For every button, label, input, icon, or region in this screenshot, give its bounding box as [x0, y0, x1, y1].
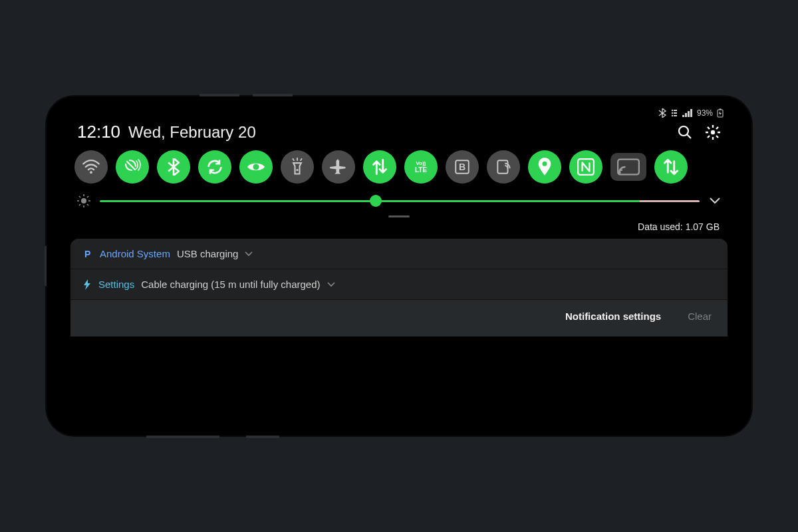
time-label: 12:10 — [77, 122, 120, 142]
svg-line-36 — [79, 196, 80, 198]
tile-bold-text[interactable]: B — [446, 150, 479, 184]
chevron-down-icon[interactable] — [245, 251, 253, 257]
tile-sync[interactable] — [654, 150, 688, 184]
svg-point-16 — [90, 171, 92, 174]
svg-point-18 — [296, 169, 298, 171]
notification-app-name: Android System — [100, 248, 170, 259]
svg-line-21 — [301, 158, 302, 161]
phone-frame: 93% 12:10 Wed, February 20 — [47, 96, 751, 436]
svg-point-1 — [672, 112, 673, 114]
svg-line-14 — [708, 136, 710, 138]
phone-speaker — [45, 246, 47, 286]
datetime: 12:10 Wed, February 20 — [77, 122, 256, 142]
tile-auto-rotate[interactable] — [198, 150, 231, 184]
phone-button — [246, 436, 279, 438]
svg-line-15 — [716, 127, 718, 129]
svg-point-17 — [253, 164, 259, 170]
panel-drag-handle[interactable] — [388, 215, 410, 217]
status-bar: 93% — [65, 103, 733, 119]
location-icon — [537, 158, 552, 176]
svg-point-30 — [618, 172, 620, 174]
bolt-icon — [82, 279, 92, 290]
volte-icon: Vo))LTE — [410, 158, 432, 176]
notification-app-name: Settings — [98, 279, 134, 290]
svg-line-13 — [716, 136, 718, 138]
auto-rotate-icon — [205, 158, 224, 176]
tile-mobile-hotspot[interactable] — [487, 150, 520, 184]
sync-icon — [663, 158, 679, 176]
svg-line-38 — [79, 204, 80, 205]
svg-rect-29 — [618, 160, 639, 175]
tile-nfc[interactable] — [569, 150, 602, 184]
notification-settings-button[interactable]: Notification settings — [565, 311, 661, 322]
data-usage-label[interactable]: Data used: 1.07 GB — [65, 220, 733, 239]
vibrate-icon — [123, 158, 142, 176]
brightness-thumb[interactable] — [370, 195, 382, 207]
svg-point-27 — [543, 162, 547, 166]
notification-panel: P Android System USB charging Settings C… — [70, 239, 728, 336]
clear-button[interactable]: Clear — [688, 311, 712, 322]
svg-line-37 — [87, 204, 88, 205]
cast-icon — [617, 158, 640, 176]
brightness-icon — [77, 194, 90, 207]
quick-settings-header: 12:10 Wed, February 20 — [65, 119, 733, 148]
svg-point-31 — [81, 198, 86, 203]
tile-wifi[interactable] — [74, 150, 108, 184]
phone-button — [200, 94, 239, 96]
tile-location[interactable] — [528, 150, 561, 184]
svg-rect-4 — [720, 109, 722, 110]
tile-mobile-data[interactable] — [363, 150, 396, 184]
notification-message: Cable charging (15 m until fully charged… — [141, 279, 320, 290]
tile-volte[interactable]: Vo))LTE — [404, 150, 438, 184]
brightness-slider[interactable] — [100, 200, 700, 202]
screen: 93% 12:10 Wed, February 20 — [65, 103, 733, 429]
svg-line-20 — [293, 158, 294, 161]
battery-status-icon — [717, 108, 724, 118]
tile-eye-comfort[interactable] — [239, 150, 273, 184]
hotspot-icon — [495, 158, 512, 176]
notification-row[interactable]: P Android System USB charging — [70, 239, 728, 269]
nfc-icon — [577, 158, 595, 176]
tile-vibrate[interactable] — [116, 150, 149, 184]
chevron-down-icon[interactable] — [327, 282, 335, 287]
battery-percent: 93% — [697, 108, 713, 118]
notification-message: USB charging — [177, 248, 239, 259]
svg-point-7 — [711, 130, 715, 134]
airplane-icon — [329, 158, 348, 176]
svg-point-5 — [679, 126, 688, 136]
mobile-data-icon — [372, 158, 388, 176]
svg-text:B: B — [459, 162, 466, 172]
brightness-slider-row — [65, 190, 733, 210]
bluetooth-status-icon — [658, 108, 666, 118]
svg-text:LTE: LTE — [415, 166, 427, 174]
svg-line-12 — [708, 127, 710, 129]
signal-status-icon — [682, 109, 693, 117]
wifi-icon — [82, 158, 100, 176]
svg-point-2 — [672, 115, 673, 116]
tile-bluetooth[interactable] — [157, 150, 190, 184]
settings-gear-icon[interactable] — [705, 124, 721, 140]
svg-point-0 — [672, 110, 673, 111]
svg-text:Vo)): Vo)) — [416, 160, 426, 166]
eye-icon — [246, 160, 266, 174]
date-label: Wed, February 20 — [128, 123, 256, 142]
phone-button — [146, 436, 219, 438]
svg-line-6 — [687, 134, 691, 138]
svg-line-39 — [87, 196, 88, 198]
search-icon[interactable] — [677, 124, 693, 140]
notification-actions: Notification settings Clear — [70, 300, 728, 336]
flashlight-icon — [290, 158, 305, 176]
android-p-icon: P — [82, 249, 93, 259]
svg-text:P: P — [84, 249, 90, 259]
bold-text-icon: B — [454, 158, 471, 176]
tile-airplane[interactable] — [322, 150, 355, 184]
brightness-expand-icon[interactable] — [709, 197, 721, 205]
tile-cast[interactable] — [610, 153, 646, 181]
tile-flashlight[interactable] — [281, 150, 314, 184]
phone-button — [253, 94, 293, 96]
svg-rect-26 — [497, 160, 507, 174]
notification-row[interactable]: Settings Cable charging (15 m until full… — [70, 269, 728, 300]
bluetooth-icon — [166, 158, 181, 176]
dnd-status-icon — [670, 108, 678, 118]
quick-settings-tiles: Vo))LTE B — [65, 148, 733, 190]
